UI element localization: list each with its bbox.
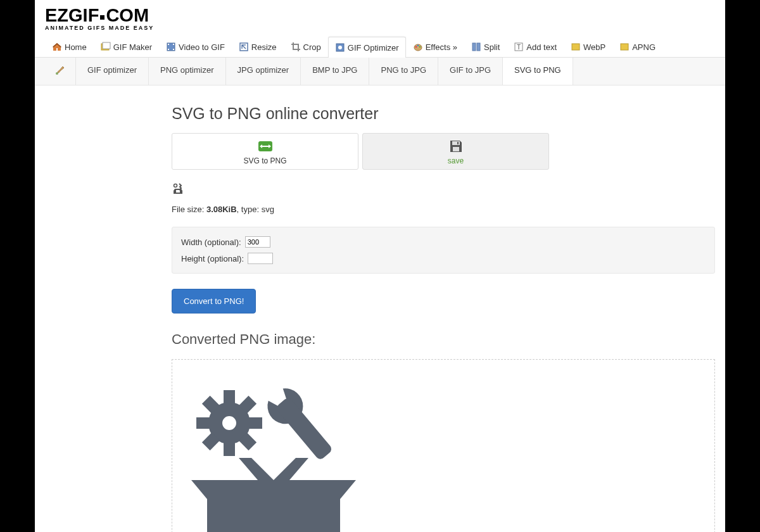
- split-icon: [471, 42, 481, 52]
- svg-rect-31: [248, 417, 262, 429]
- convert-button[interactable]: Convert to PNG!: [172, 289, 256, 314]
- nav-home-label: Home: [65, 42, 87, 52]
- home-icon: [52, 42, 62, 52]
- svg-point-20: [56, 72, 58, 75]
- svg-rect-24: [453, 147, 459, 151]
- action-svg-to-png[interactable]: SVG to PNG: [172, 133, 358, 170]
- svg-rect-22: [262, 146, 269, 147]
- file-type-value: svg: [262, 205, 274, 214]
- svg-rect-23: [452, 141, 460, 145]
- height-label: Height (optional):: [181, 254, 244, 263]
- film-icon: [166, 42, 176, 52]
- result-heading: Converted PNG image:: [172, 331, 715, 348]
- svg-point-13: [419, 46, 420, 48]
- nav-webp[interactable]: WebP: [564, 36, 612, 57]
- subnav-gif-optimizer[interactable]: GIF optimizer: [76, 58, 149, 85]
- subnav-jpg-optimizer[interactable]: JPG optimizer: [226, 58, 301, 85]
- svg-rect-4: [168, 49, 169, 50]
- subnav-png-to-jpg[interactable]: PNG to JPG: [369, 58, 438, 85]
- nav-crop[interactable]: Crop: [284, 36, 328, 57]
- width-label: Width (optional):: [181, 238, 241, 247]
- subnav-bmp-to-jpg[interactable]: BMP to JPG: [301, 58, 369, 85]
- action-svg-to-png-label: SVG to PNG: [172, 156, 358, 165]
- subnav-png-optimizer[interactable]: PNG optimizer: [149, 58, 226, 85]
- result-box: [172, 359, 715, 532]
- svg-rect-1: [103, 42, 110, 49]
- nav-webp-label: WebP: [583, 42, 605, 52]
- resize-icon: [239, 42, 249, 52]
- file-size-label: File size:: [172, 205, 206, 214]
- svg-rect-36: [275, 396, 333, 461]
- file-info: File size: 3.08KiB, type: svg: [172, 205, 715, 214]
- logo-tagline: ANIMATED GIFS MADE EASY: [45, 25, 725, 31]
- nav-add-text[interactable]: T Add text: [507, 36, 564, 57]
- width-input[interactable]: [245, 236, 270, 248]
- nav-split[interactable]: Split: [464, 36, 507, 57]
- site-logo[interactable]: EZGIFCOM ANIMATED GIFS MADE EASY: [35, 5, 725, 36]
- height-input[interactable]: [248, 253, 273, 264]
- svg-rect-6: [173, 49, 174, 50]
- logo-ext: COM: [106, 5, 149, 25]
- sub-nav: GIF optimizer PNG optimizer JPG optimize…: [35, 58, 725, 86]
- subnav-gif-to-jpg[interactable]: GIF to JPG: [438, 58, 503, 85]
- svg-rect-3: [168, 44, 169, 45]
- crop-icon: [291, 42, 301, 52]
- nav-gif-maker[interactable]: GIF Maker: [94, 36, 159, 57]
- nav-video-to-gif-label: Video to GIF: [179, 42, 225, 52]
- nav-apng-label: APNG: [632, 42, 656, 52]
- svg-rect-30: [196, 417, 210, 429]
- file-size-value: 3.08KiB: [206, 205, 237, 214]
- page-title: SVG to PNG online converter: [172, 104, 715, 123]
- nav-resize-label: Resize: [251, 42, 277, 52]
- svg-point-26: [174, 184, 177, 187]
- nav-add-text-label: Add text: [526, 42, 557, 52]
- images-icon: [101, 42, 111, 52]
- text-icon: T: [514, 42, 524, 52]
- svg-rect-14: [472, 43, 476, 51]
- main-nav: Home GIF Maker Video to GIF Resize Crop …: [35, 36, 725, 58]
- nav-crop-label: Crop: [303, 42, 321, 52]
- paintbrush-icon: [54, 64, 66, 79]
- logo-main: EZGIF: [45, 5, 99, 25]
- converted-image: [179, 366, 369, 532]
- nav-home[interactable]: Home: [45, 36, 94, 57]
- nav-video-to-gif[interactable]: Video to GIF: [159, 36, 232, 57]
- file-type-label: , type:: [237, 205, 262, 214]
- svg-point-27: [215, 409, 243, 437]
- svg-rect-18: [572, 44, 580, 50]
- svg-point-11: [415, 46, 416, 48]
- nav-gif-maker-label: GIF Maker: [113, 42, 152, 52]
- sub-nav-icon[interactable]: [45, 58, 76, 85]
- nav-effects[interactable]: Effects »: [406, 36, 464, 57]
- svg-text:T: T: [517, 44, 521, 51]
- svg-point-9: [338, 46, 342, 49]
- webp-icon: [571, 42, 581, 52]
- svg-rect-19: [621, 44, 628, 50]
- file-preview-icon: [172, 182, 715, 196]
- save-icon: [363, 139, 548, 154]
- action-cards: SVG to PNG save: [172, 133, 715, 170]
- nav-gif-optimizer[interactable]: GIF Optimizer: [328, 37, 406, 58]
- svg-rect-28: [224, 390, 235, 404]
- optimize-icon: [335, 42, 345, 53]
- nav-resize[interactable]: Resize: [232, 36, 284, 57]
- action-save-label: save: [363, 156, 548, 165]
- svg-rect-25: [457, 142, 459, 144]
- svg-rect-29: [224, 442, 235, 456]
- svg-rect-15: [477, 43, 480, 51]
- nav-apng[interactable]: APNG: [612, 36, 662, 57]
- nav-split-label: Split: [484, 42, 500, 52]
- options-box: Width (optional): Height (optional):: [172, 227, 715, 274]
- svg-rect-5: [173, 44, 174, 45]
- nav-gif-optimizer-label: GIF Optimizer: [348, 43, 399, 53]
- palette-icon: [413, 42, 423, 52]
- convert-icon: [172, 139, 358, 154]
- apng-icon: [619, 42, 630, 52]
- nav-effects-label: Effects »: [426, 42, 457, 52]
- action-save[interactable]: save: [362, 133, 549, 170]
- svg-point-12: [417, 45, 418, 46]
- subnav-svg-to-png[interactable]: SVG to PNG: [503, 58, 573, 85]
